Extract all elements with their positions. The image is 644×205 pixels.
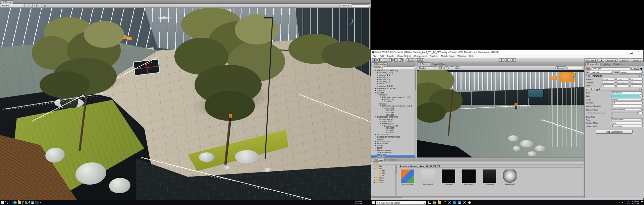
create-button[interactable]: Create▾: [372, 66, 381, 69]
hierarchy-search-input[interactable]: [382, 66, 415, 69]
asset-item[interactable]: Lightmap-0: [421, 169, 435, 185]
mail-icon[interactable]: [26, 201, 30, 204]
active-checkbox[interactable]: ✓: [589, 68, 591, 70]
expand-arrow-icon[interactable]: [374, 167, 376, 169]
hierarchy-item[interactable]: column_2 1: [371, 74, 415, 76]
store-icon[interactable]: [443, 201, 446, 204]
scene-search-input[interactable]: [568, 67, 583, 69]
indirect-multiplier-field[interactable]: 1: [611, 105, 643, 107]
tab-inspector[interactable]: Inspector: [585, 62, 601, 66]
tab-scene-left[interactable]: Scene: [1, 0, 13, 4]
unity-taskbar-icon[interactable]: [468, 201, 471, 204]
scene-lighting-toggle[interactable]: ☀: [32, 4, 37, 7]
foldout-arrow-icon[interactable]: ▼: [586, 88, 587, 90]
scale-y-field[interactable]: 1: [616, 84, 629, 87]
close-button[interactable]: [635, 50, 642, 54]
maximize-button[interactable]: [628, 50, 635, 54]
scene-audio-toggle[interactable]: ♪: [450, 66, 454, 69]
hierarchy-item[interactable]: group_190: [371, 98, 415, 100]
baked-shadow-angle-field[interactable]: 0: [637, 112, 643, 114]
cortana-icon[interactable]: [5, 201, 8, 204]
project-folder-row[interactable]: Me: [371, 172, 396, 174]
scale-z-field[interactable]: 1: [631, 84, 643, 87]
hierarchy-item[interactable]: column_2 3: [371, 80, 415, 83]
rect-tool-button[interactable]: [393, 58, 398, 62]
rotation-z-field[interactable]: 0: [631, 81, 643, 84]
transform-component-header[interactable]: ▼ Transform ▤ ⚙: [585, 74, 644, 77]
shading-mode-dropdown[interactable]: Shaded ▾: [418, 66, 437, 69]
notification-center-icon[interactable]: [641, 201, 643, 204]
project-folder-row[interactable]: Ma: [371, 169, 396, 172]
asset-thumbnail[interactable]: [442, 169, 455, 183]
taskbar-left-clock[interactable]: 9:39 PM 6/1/2018: [355, 200, 362, 205]
pivot-toggle-button[interactable]: Center: [407, 58, 415, 62]
edge-icon[interactable]: [13, 201, 17, 204]
project-folder-row[interactable]: Bui: [371, 165, 396, 167]
project-folder-row[interactable]: Te: [371, 174, 396, 177]
asset-thumbnail[interactable]: [401, 169, 414, 183]
window-titlebar[interactable]: Unity 2018.2.0f1 Personal (64bit) - Osma…: [371, 50, 643, 54]
scene-viewport-right[interactable]: [417, 70, 584, 157]
project-folder-row[interactable]: Osm: [371, 177, 396, 179]
hierarchy-item[interactable]: STAIRS: [371, 91, 415, 94]
expand-arrow-icon[interactable]: [374, 177, 376, 179]
eyedropper-icon[interactable]: [640, 94, 643, 97]
position-z-field[interactable]: 0.72: [631, 78, 643, 81]
light-type-dropdown[interactable]: Directional▾: [611, 91, 643, 94]
object-name-field[interactable]: RvnLight: [592, 67, 631, 70]
component-menu-icons[interactable]: ▤ ⚙: [639, 75, 643, 77]
start-button[interactable]: [1, 201, 4, 204]
breadcrumb-root[interactable]: Assets: [400, 165, 407, 167]
menu-item[interactable]: GameObject: [397, 55, 411, 58]
expand-arrow-icon[interactable]: [374, 179, 376, 181]
photos-icon[interactable]: [458, 201, 461, 204]
scene-viewport-left[interactable]: ization Auditoriu: [0, 8, 371, 200]
expand-arrow-icon[interactable]: [374, 182, 376, 183]
asset-item[interactable]: LightingData: [400, 169, 415, 185]
position-y-field[interactable]: 155.7: [616, 78, 629, 81]
skype-icon[interactable]: [453, 201, 456, 204]
scale-tool-button[interactable]: [388, 58, 393, 62]
hand-tool-button[interactable]: [372, 58, 377, 62]
gizmos-dropdown-left[interactable]: Gizmos ▾: [339, 4, 350, 7]
layout-dropdown[interactable]: Layout ▾: [631, 58, 642, 62]
menu-item[interactable]: File: [373, 55, 377, 58]
app-icon[interactable]: [35, 201, 39, 204]
scene-lighting-toggle[interactable]: ☀: [444, 66, 449, 69]
flare-object-field[interactable]: None (Flare)⊙: [611, 118, 643, 121]
menu-item[interactable]: Edit: [380, 55, 384, 58]
scene-search-input[interactable]: [351, 4, 370, 7]
rotation-y-field[interactable]: -251.705: [616, 81, 629, 84]
tab-services[interactable]: Services: [612, 62, 624, 66]
asset-thumbnail[interactable]: [462, 169, 476, 183]
tab-console[interactable]: Console: [385, 158, 398, 161]
intensity-field[interactable]: 0.6: [611, 101, 643, 104]
add-component-button[interactable]: Add Component: [596, 130, 633, 134]
layers-dropdown[interactable]: Layers ▾: [619, 58, 630, 62]
position-x-field[interactable]: 18.83: [602, 78, 614, 81]
menu-item[interactable]: Component: [414, 55, 427, 58]
rotation-x-field[interactable]: 53.1: [602, 81, 614, 84]
hierarchy-item[interactable]: column_2 3: [371, 78, 415, 80]
menu-item[interactable]: Mobile Input: [441, 55, 454, 58]
step-button[interactable]: [511, 58, 516, 62]
store-icon[interactable]: [22, 201, 25, 204]
expand-arrow-icon[interactable]: [374, 165, 376, 167]
light-mode-dropdown[interactable]: Baked▾: [611, 98, 643, 101]
project-folder-row[interactable]: Sce: [371, 181, 396, 184]
gizmos-dropdown[interactable]: Gizmos ▾: [555, 66, 567, 69]
menu-item[interactable]: Window: [458, 55, 466, 58]
mail-icon[interactable]: [448, 201, 451, 204]
scene-audio-toggle[interactable]: ♪: [38, 4, 42, 7]
collab-dropdown[interactable]: ↻ Collab ▾: [584, 58, 598, 62]
asset-thumbnail[interactable]: [483, 169, 496, 183]
volume-icon[interactable]: [622, 201, 625, 204]
task-view-icon[interactable]: [9, 201, 12, 204]
folder-tree-scrollbar[interactable]: [395, 165, 397, 196]
pause-button[interactable]: [505, 58, 510, 62]
asset-thumbnail[interactable]: [421, 169, 435, 183]
start-button[interactable]: [372, 201, 375, 204]
hierarchy-item[interactable]: Component_41: [371, 118, 415, 120]
rotate-tool-button[interactable]: [383, 58, 387, 62]
menu-item[interactable]: Assets: [387, 55, 394, 58]
